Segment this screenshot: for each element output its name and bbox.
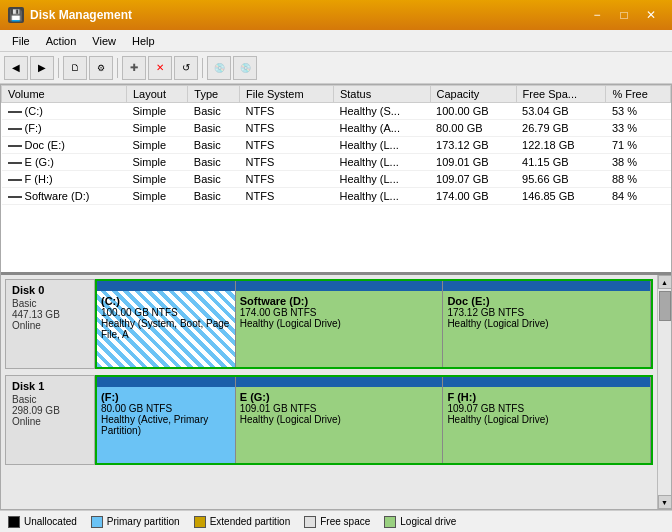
table-header-row: Volume Layout Type File System Status Ca… bbox=[2, 86, 671, 103]
partition-status-1-1: Healthy (Logical Drive) bbox=[240, 414, 439, 425]
partition-header-0-2 bbox=[443, 281, 650, 291]
title-controls: − □ ✕ bbox=[584, 4, 664, 26]
partition-0-0[interactable]: (C:) 100.00 GB NTFS Healthy (System, Boo… bbox=[97, 281, 236, 367]
cell-status: Healthy (L... bbox=[333, 154, 430, 171]
partition-1-2[interactable]: F (H:) 109.07 GB NTFS Healthy (Logical D… bbox=[443, 377, 651, 463]
title-bar: 💾 Disk Management − □ ✕ bbox=[0, 0, 672, 30]
cell-status: Healthy (L... bbox=[333, 171, 430, 188]
close-button[interactable]: ✕ bbox=[638, 4, 664, 26]
menu-file[interactable]: File bbox=[4, 33, 38, 49]
legend-box-unallocated bbox=[8, 516, 20, 528]
cell-volume: Doc (E:) bbox=[2, 137, 127, 154]
toolbar: ◀ ▶ 🗋 ⚙ ✚ ✕ ↺ 💿 💿 bbox=[0, 52, 672, 84]
refresh-button[interactable]: ↺ bbox=[174, 56, 198, 80]
properties-button[interactable]: 🗋 bbox=[63, 56, 87, 80]
menu-help[interactable]: Help bbox=[124, 33, 163, 49]
volume-table: Volume Layout Type File System Status Ca… bbox=[1, 85, 671, 205]
disk-size-1: 298.09 GB bbox=[12, 405, 88, 416]
settings-button[interactable]: ⚙ bbox=[89, 56, 113, 80]
partition-label-1-2: F (H:) bbox=[447, 391, 646, 403]
cell-pct: 88 % bbox=[606, 171, 671, 188]
delete-button[interactable]: ✕ bbox=[148, 56, 172, 80]
col-volume: Volume bbox=[2, 86, 127, 103]
cell-capacity: 174.00 GB bbox=[430, 188, 516, 205]
partition-1-0[interactable]: (F:) 80.00 GB NTFS Healthy (Active, Prim… bbox=[97, 377, 236, 463]
disk-button-2[interactable]: 💿 bbox=[233, 56, 257, 80]
disk-label-1: Disk 1 Basic 298.09 GB Online bbox=[5, 375, 95, 465]
cell-fs: NTFS bbox=[240, 188, 334, 205]
partition-size-1-2: 109.07 GB NTFS bbox=[447, 403, 646, 414]
toolbar-separator-1 bbox=[58, 58, 59, 78]
table-row[interactable]: Software (D:) Simple Basic NTFS Healthy … bbox=[2, 188, 671, 205]
cell-volume: (C:) bbox=[2, 103, 127, 120]
cell-fs: NTFS bbox=[240, 103, 334, 120]
scroll-track bbox=[658, 289, 672, 495]
cell-free: 41.15 GB bbox=[516, 154, 606, 171]
legend: Unallocated Primary partition Extended p… bbox=[0, 510, 672, 532]
scroll-thumb[interactable] bbox=[659, 291, 671, 321]
maximize-button[interactable]: □ bbox=[611, 4, 637, 26]
minimize-button[interactable]: − bbox=[584, 4, 610, 26]
main-window: Volume Layout Type File System Status Ca… bbox=[0, 84, 672, 510]
disk-status-1: Online bbox=[12, 416, 88, 427]
partition-header-1-0 bbox=[97, 377, 235, 387]
legend-label-free: Free space bbox=[320, 516, 370, 527]
cell-pct: 33 % bbox=[606, 120, 671, 137]
col-type: Type bbox=[188, 86, 240, 103]
cell-fs: NTFS bbox=[240, 120, 334, 137]
cell-capacity: 173.12 GB bbox=[430, 137, 516, 154]
partition-header-0-0 bbox=[97, 281, 235, 291]
cell-pct: 71 % bbox=[606, 137, 671, 154]
menu-view[interactable]: View bbox=[84, 33, 124, 49]
legend-box-primary bbox=[91, 516, 103, 528]
table-row[interactable]: (C:) Simple Basic NTFS Healthy (S... 100… bbox=[2, 103, 671, 120]
cell-fs: NTFS bbox=[240, 137, 334, 154]
partition-status-1-2: Healthy (Logical Drive) bbox=[447, 414, 646, 425]
table-row[interactable]: (F:) Simple Basic NTFS Healthy (A... 80.… bbox=[2, 120, 671, 137]
table-row[interactable]: F (H:) Simple Basic NTFS Healthy (L... 1… bbox=[2, 171, 671, 188]
partition-label-0-0: (C:) bbox=[101, 295, 231, 307]
back-button[interactable]: ◀ bbox=[4, 56, 28, 80]
partition-status-1-0: Healthy (Active, Primary Partition) bbox=[101, 414, 231, 436]
disk-button-1[interactable]: 💿 bbox=[207, 56, 231, 80]
partition-size-1-1: 109.01 GB NTFS bbox=[240, 403, 439, 414]
cell-layout: Simple bbox=[127, 154, 188, 171]
table-row[interactable]: E (G:) Simple Basic NTFS Healthy (L... 1… bbox=[2, 154, 671, 171]
cell-layout: Simple bbox=[127, 120, 188, 137]
partition-status-0-0: Healthy (System, Boot, Page File, A bbox=[101, 318, 231, 340]
toolbar-separator-3 bbox=[202, 58, 203, 78]
disk-partitions-0: (C:) 100.00 GB NTFS Healthy (System, Boo… bbox=[95, 279, 653, 369]
add-button[interactable]: ✚ bbox=[122, 56, 146, 80]
cell-free: 122.18 GB bbox=[516, 137, 606, 154]
cell-capacity: 109.07 GB bbox=[430, 171, 516, 188]
disk-type-1: Basic bbox=[12, 394, 88, 405]
cell-free: 95.66 GB bbox=[516, 171, 606, 188]
cell-capacity: 109.01 GB bbox=[430, 154, 516, 171]
cell-type: Basic bbox=[188, 188, 240, 205]
partition-0-2[interactable]: Doc (E:) 173.12 GB NTFS Healthy (Logical… bbox=[443, 281, 651, 367]
cell-type: Basic bbox=[188, 137, 240, 154]
cell-type: Basic bbox=[188, 171, 240, 188]
col-pctfree: % Free bbox=[606, 86, 671, 103]
scrollbar[interactable]: ▲ ▼ bbox=[657, 275, 671, 509]
forward-button[interactable]: ▶ bbox=[30, 56, 54, 80]
scroll-down-button[interactable]: ▼ bbox=[658, 495, 672, 509]
app-icon: 💾 bbox=[8, 7, 24, 23]
legend-box-extended bbox=[194, 516, 206, 528]
scroll-up-button[interactable]: ▲ bbox=[658, 275, 672, 289]
cell-pct: 84 % bbox=[606, 188, 671, 205]
col-freespace: Free Spa... bbox=[516, 86, 606, 103]
cell-pct: 53 % bbox=[606, 103, 671, 120]
table-row[interactable]: Doc (E:) Simple Basic NTFS Healthy (L...… bbox=[2, 137, 671, 154]
menu-action[interactable]: Action bbox=[38, 33, 85, 49]
disk-row-0: Disk 0 Basic 447.13 GB Online (C:) 100.0… bbox=[5, 279, 653, 369]
partition-0-1[interactable]: Software (D:) 174.00 GB NTFS Healthy (Lo… bbox=[236, 281, 444, 367]
partition-1-1[interactable]: E (G:) 109.01 GB NTFS Healthy (Logical D… bbox=[236, 377, 444, 463]
col-layout: Layout bbox=[127, 86, 188, 103]
cell-volume: Software (D:) bbox=[2, 188, 127, 205]
cell-free: 26.79 GB bbox=[516, 120, 606, 137]
col-status: Status bbox=[333, 86, 430, 103]
volume-table-body: (C:) Simple Basic NTFS Healthy (S... 100… bbox=[2, 103, 671, 205]
disk-visual-wrapper: Disk 0 Basic 447.13 GB Online (C:) 100.0… bbox=[1, 275, 671, 509]
legend-free: Free space bbox=[304, 516, 370, 528]
